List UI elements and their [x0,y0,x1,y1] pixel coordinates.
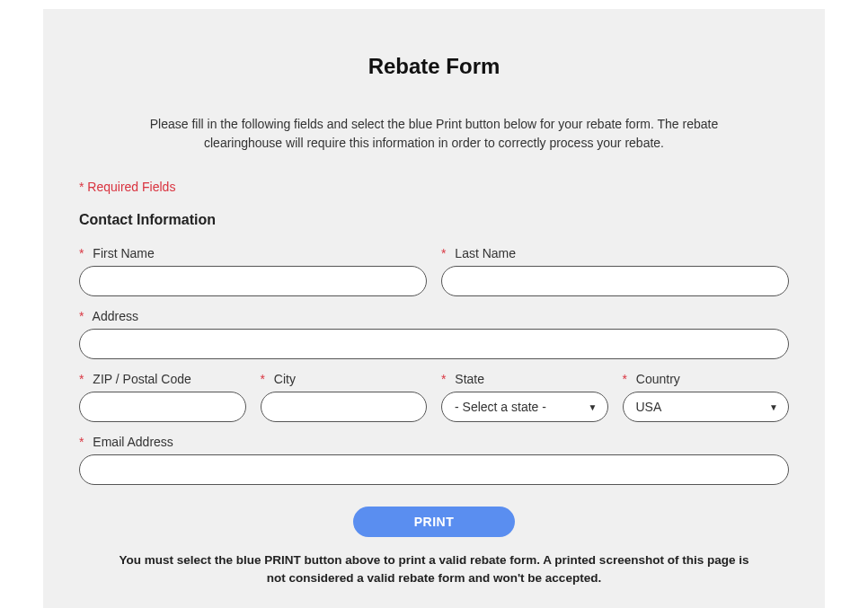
country-select-wrap: USA ▼ [623,392,790,422]
city-input[interactable] [261,392,428,422]
field-email: * Email Address [79,435,789,485]
label-country: * Country [623,372,790,386]
label-text: State [455,372,484,386]
field-first-name: * First Name [79,246,427,296]
required-asterisk: * [79,309,84,323]
zip-input[interactable] [79,392,246,422]
label-zip: * ZIP / Postal Code [79,372,246,386]
field-address: * Address [79,309,789,359]
section-title: Contact Information [79,212,789,228]
label-last-name: * Last Name [441,246,789,260]
state-select[interactable]: - Select a state - [441,392,608,422]
country-select[interactable]: USA [623,392,790,422]
disclaimer-text: You must select the blue PRINT button ab… [111,551,757,588]
row-location: * ZIP / Postal Code * City * State - Sel… [79,372,789,422]
label-text: First Name [93,246,154,260]
email-input[interactable] [79,454,789,485]
form-container: Rebate Form Please fill in the following… [43,9,825,608]
required-asterisk: * [79,435,84,449]
required-asterisk: * [441,372,446,386]
label-email: * Email Address [79,435,789,449]
label-text: ZIP / Postal Code [93,372,190,386]
row-address: * Address [79,309,789,359]
label-text: Last Name [455,246,516,260]
label-address: * Address [79,309,789,323]
label-text: Address [93,309,138,323]
label-text: Country [636,372,680,386]
required-fields-note: * Required Fields [79,180,789,194]
last-name-input[interactable] [441,266,789,296]
first-name-input[interactable] [79,266,427,296]
page-title: Rebate Form [79,54,789,79]
field-country: * Country USA ▼ [623,372,790,422]
field-city: * City [261,372,428,422]
address-input[interactable] [79,329,789,359]
field-state: * State - Select a state - ▼ [441,372,608,422]
required-asterisk: * [623,372,627,386]
required-asterisk: * [261,372,265,386]
label-text: Email Address [93,435,173,449]
label-text: City [274,372,296,386]
required-asterisk: * [441,246,446,260]
field-last-name: * Last Name [441,246,789,296]
label-state: * State [441,372,608,386]
state-select-wrap: - Select a state - ▼ [441,392,608,422]
print-button[interactable]: PRINT [353,507,515,537]
label-city: * City [261,372,428,386]
row-name: * First Name * Last Name [79,246,789,296]
row-email: * Email Address [79,435,789,485]
instructions-text: Please fill in the following fields and … [146,115,722,153]
field-zip: * ZIP / Postal Code [79,372,246,422]
required-asterisk: * [79,246,84,260]
label-first-name: * First Name [79,246,427,260]
required-asterisk: * [79,372,84,386]
